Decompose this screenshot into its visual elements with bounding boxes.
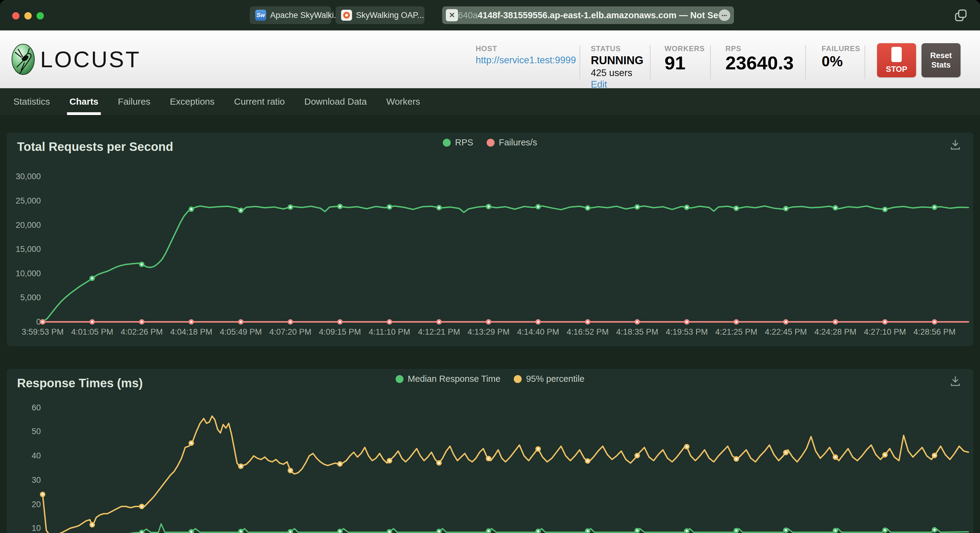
data-point-center [141, 321, 143, 323]
y-axis-label: 20 [7, 500, 41, 509]
tab-current-ratio[interactable]: Current ratio [234, 88, 285, 115]
browser-tab-skywalking-oap[interactable]: SkyWalking OAP... [336, 6, 425, 24]
y-axis-label: 30,000 [7, 171, 41, 181]
x-axis-label: 3:59:53 PM [17, 327, 68, 337]
data-point-center [834, 530, 837, 532]
legend-label: RPS [455, 138, 473, 148]
data-point-center [388, 531, 390, 533]
status-label: STATUS [591, 44, 643, 53]
x-axis-label: 4:05:49 PM [215, 327, 267, 337]
x-axis-label: 4:27:10 PM [859, 327, 911, 337]
data-point-center [537, 530, 539, 532]
data-point-center [190, 531, 192, 533]
data-point-center [388, 321, 390, 323]
zoom-window-button[interactable] [37, 12, 44, 19]
data-point-center [686, 446, 688, 448]
data-point-center [190, 208, 192, 210]
data-point-center [289, 321, 291, 323]
tab-workers[interactable]: Workers [386, 88, 420, 115]
download-chart-icon[interactable] [949, 138, 962, 152]
series-rps [43, 206, 969, 322]
y-axis-label: 5,000 [7, 293, 41, 302]
close-tab-icon[interactable]: ✕ [446, 9, 458, 21]
failures-stat: FAILURES 0% [822, 44, 860, 70]
legend-item[interactable]: Failures/s [487, 138, 537, 148]
x-axis-label: 4:07:20 PM [265, 327, 317, 337]
main-nav: Statistics Charts Failures Exceptions Cu… [0, 88, 980, 115]
tab-statistics[interactable]: Statistics [13, 88, 50, 115]
status-value: RUNNING [591, 54, 643, 67]
copy-tabs-icon[interactable] [953, 7, 969, 24]
tab-title: Apache SkyWalki... [270, 11, 341, 20]
response-times-chart-card: Response Times (ms) Median Response Time… [7, 369, 973, 533]
y-axis-label: 40 [7, 451, 41, 461]
legend-item[interactable]: 95% percentile [514, 374, 584, 384]
data-point-center [636, 455, 638, 457]
data-point-center [289, 531, 291, 533]
data-point-center [834, 456, 837, 458]
close-window-button[interactable] [12, 12, 19, 19]
data-point-center [587, 321, 589, 323]
stop-icon [891, 47, 902, 62]
divider [650, 45, 651, 79]
reset-stats-button[interactable]: Reset Stats [921, 43, 961, 77]
data-point-center [289, 470, 291, 471]
ellipsis-icon[interactable]: ••• [719, 10, 730, 21]
data-point-center [339, 530, 341, 532]
x-axis-label: 4:19:53 PM [661, 327, 713, 337]
x-axis-label: 4:16:52 PM [562, 327, 614, 337]
download-chart-icon[interactable] [949, 374, 962, 389]
x-axis-label: 4:02:26 PM [116, 327, 167, 337]
chart-legend: RPSFailures/s [7, 138, 973, 148]
x-axis-label: 4:24:28 PM [810, 327, 861, 337]
host-link[interactable]: http://service1.test:9999 [476, 55, 576, 65]
y-axis-label: 50 [7, 427, 41, 436]
data-point-center [141, 263, 143, 265]
rps-label: RPS [725, 44, 794, 53]
tab-exceptions[interactable]: Exceptions [170, 88, 215, 115]
data-point-center [537, 206, 539, 208]
data-point-center [834, 321, 837, 323]
stop-button[interactable]: STOP [877, 43, 916, 77]
data-point-center [587, 207, 589, 209]
data-point-center [42, 321, 44, 323]
data-point-center [438, 462, 440, 464]
browser-address-bar[interactable]: ✕ 640a4148f-381559556.ap-east-1.elb.amaz… [442, 6, 734, 24]
tab-failures[interactable]: Failures [118, 88, 150, 115]
data-point-center [636, 206, 638, 208]
legend-item[interactable]: RPS [443, 138, 473, 148]
data-point-center [339, 463, 341, 465]
tab-charts[interactable]: Charts [70, 88, 99, 115]
data-point-center [735, 207, 737, 209]
series-95-percentile [43, 416, 969, 533]
workers-value: 91 [665, 53, 705, 73]
data-point-center [686, 206, 688, 208]
data-point-center [91, 321, 93, 323]
y-axis-label: 10,000 [7, 269, 41, 278]
url-text: 640a4148f-381559556.ap-east-1.elb.amazon… [458, 10, 719, 21]
legend-label: Failures/s [499, 138, 537, 148]
skywalking-oap-favicon [341, 10, 352, 21]
browser-titlebar: Sw Apache SkyWalki... SkyWalking OAP... … [0, 0, 980, 30]
browser-tab-apache-skywalking[interactable]: Sw Apache SkyWalki... [250, 6, 331, 24]
data-point-center [190, 442, 192, 444]
reset-stats-label: Reset Stats [921, 51, 961, 70]
locust-logo: LOCUST [11, 43, 141, 75]
data-point-center [240, 530, 242, 532]
host-label: HOST [476, 44, 576, 53]
workers-stat: WORKERS 91 [665, 44, 705, 73]
data-point-center [686, 530, 688, 532]
tab-download-data[interactable]: Download Data [304, 88, 367, 115]
y-axis-label: 30 [7, 475, 41, 485]
data-point-center [91, 277, 93, 279]
legend-dot [443, 139, 451, 147]
chart-legend: Median Response Time95% percentile [7, 374, 973, 384]
rps-value: 23640.3 [725, 53, 794, 73]
data-point-center [488, 205, 490, 208]
host-stat: HOST http://service1.test:9999 [476, 44, 576, 66]
tab-title: SkyWalking OAP... [356, 11, 424, 20]
data-point-center [289, 206, 291, 208]
legend-item[interactable]: Median Response Time [396, 374, 501, 384]
minimize-window-button[interactable] [24, 12, 32, 19]
data-point-center [934, 206, 935, 208]
